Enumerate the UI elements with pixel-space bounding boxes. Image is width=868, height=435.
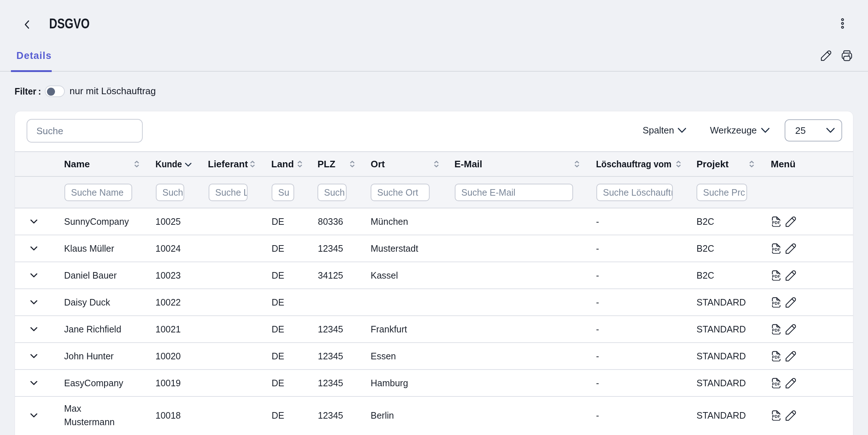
svg-text:PDF: PDF bbox=[772, 301, 780, 306]
svg-text:PDF: PDF bbox=[772, 328, 780, 332]
svg-text:PDF: PDF bbox=[772, 247, 780, 252]
svg-text:PDF: PDF bbox=[772, 355, 780, 359]
svg-text:PDF: PDF bbox=[772, 414, 780, 419]
svg-text:PDF: PDF bbox=[772, 274, 780, 279]
svg-text:PDF: PDF bbox=[772, 220, 780, 225]
svg-text:PDF: PDF bbox=[772, 382, 780, 386]
